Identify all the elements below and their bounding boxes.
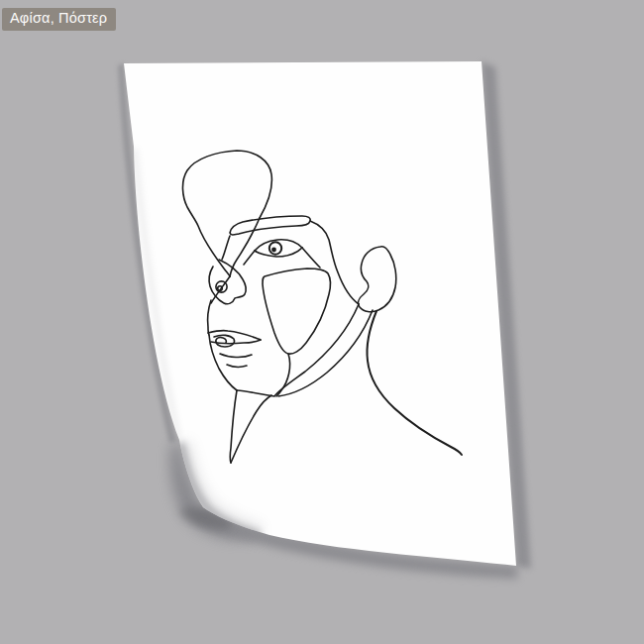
pupil-dot xyxy=(271,248,276,253)
poster-scene xyxy=(0,0,644,644)
product-photo-stage: Αφίσα, Πόστερ xyxy=(0,0,644,644)
category-badge: Αφίσα, Πόστερ xyxy=(2,8,116,31)
category-badge-label: Αφίσα, Πόστερ xyxy=(10,10,107,26)
